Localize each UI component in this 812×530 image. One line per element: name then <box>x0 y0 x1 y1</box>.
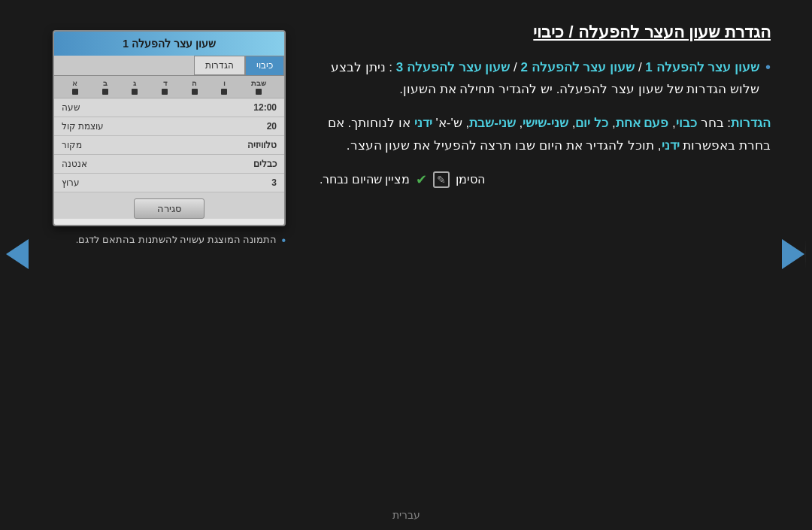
bottom-bar: עברית <box>0 509 812 521</box>
settings-label: הגדרות <box>731 116 771 130</box>
row-channel: 3 ערוץ <box>54 174 284 192</box>
next-arrow-button[interactable] <box>782 239 806 269</box>
row-volume: 20 עוצמת קול <box>54 117 284 136</box>
sep1: / <box>635 60 641 74</box>
row-source: טלוויזיה מקור <box>54 136 284 155</box>
dialog-close-button[interactable]: סגירה <box>134 198 205 219</box>
text-panel: הגדרת שעון העצר להפעלה / כיבוי • שעון עצ… <box>320 15 771 188</box>
edit-icon: ✎ <box>433 171 450 188</box>
dialog-title-bar: שעון עצר להפעלה 1 <box>54 32 284 56</box>
volume-value: 20 <box>267 121 277 132</box>
day-cell-dalet: ד <box>162 79 168 95</box>
sheni-shabbat-label: שני-שבת <box>469 116 516 130</box>
day-dot-gimel <box>132 89 138 95</box>
yadani2-label: ידני <box>662 138 680 153</box>
tab-off[interactable]: כיבוי <box>245 56 284 75</box>
t5: , ש'-א' <box>436 116 470 130</box>
volume-label: עוצמת קול <box>62 121 104 132</box>
day-dot-vav <box>221 89 227 95</box>
dialog-body: שבת ו ה ד ג <box>54 76 284 219</box>
legend-edit-text: הסימן <box>456 172 485 186</box>
bullet-item-1: • שעון עצר להפעלה 1 / שעון עצר להפעלה 2 … <box>320 57 771 101</box>
main-content: הגדרת שעון העצר להפעלה / כיבוי • שעון עצ… <box>0 0 812 530</box>
paam-achat-label: פעם אחת <box>616 116 669 130</box>
kol-yom-label: כל יום <box>575 116 608 130</box>
day-cell-bet: ב <box>102 79 108 95</box>
row-antenna: כבלים אנטנה <box>54 155 284 174</box>
day-cell-alef: א <box>72 79 78 95</box>
image-panel: שעון עצר להפעלה 1 כיבוי הגדרות שבת ו <box>41 15 297 247</box>
t6: או <box>395 116 414 130</box>
timer2-label: שעון עצר להפעלה 2 <box>521 60 635 74</box>
settings-text: הגדרות: בחר כבוי, פעם אחת, כל יום, שני-ש… <box>320 112 771 158</box>
bullet-section-1: • שעון עצר להפעלה 1 / שעון עצר להפעלה 2 … <box>320 57 771 101</box>
day-cell-vav: ו <box>221 79 227 95</box>
tab-settings[interactable]: הגדרות <box>194 56 245 75</box>
sheni-shishi-label: שני-שישי <box>523 116 568 130</box>
settings-section: הגדרות: בחר כבוי, פעם אחת, כל יום, שני-ש… <box>320 112 771 158</box>
source-value: טלוויזיה <box>247 140 277 150</box>
check-icon: ✔ <box>416 171 427 188</box>
antenna-value: כבלים <box>253 159 277 169</box>
day-dot-alef <box>72 89 78 95</box>
kavo-label: כבוי <box>676 116 697 130</box>
page-title: הגדרת שעון העצר להפעלה / כיבוי <box>320 23 771 42</box>
prev-arrow-button[interactable] <box>6 239 29 269</box>
hour-label: שעה <box>62 102 80 113</box>
settings-intro: : בחר <box>701 116 731 130</box>
image-caption: • התמונה המוצגת עשויה להשתנות בהתאם לדגם… <box>53 234 286 247</box>
day-dot-bet <box>102 89 108 95</box>
caption-bullet: • התמונה המוצגת עשויה להשתנות בהתאם לדגם… <box>53 234 286 247</box>
dialog-tabs: כיבוי הגדרות <box>54 56 284 76</box>
day-cell-shabbat: שבת <box>251 79 266 95</box>
source-label: מקור <box>62 140 82 150</box>
channel-label: ערוץ <box>62 177 80 188</box>
antenna-label: אנטנה <box>62 159 87 169</box>
caption-text: התמונה המוצגת עשויה להשתנות בהתאם לדגם. <box>76 234 277 245</box>
sep2: / <box>510 60 517 74</box>
yadani-label: ידני <box>414 116 432 130</box>
row-hour: 12:00 שעה <box>54 98 284 117</box>
t7: , תוכל להגדיר את היום שבו תרצה להפעיל את… <box>347 138 662 153</box>
legend-check-text: מציין שהיום נבחר. <box>320 172 410 186</box>
day-selector: שבת ו ה ד ג <box>54 76 284 98</box>
timer1-label: שעון עצר להפעלה 1 <box>645 60 759 74</box>
channel-value: 3 <box>271 177 277 188</box>
bullet-text-1: שעון עצר להפעלה 1 / שעון עצר להפעלה 2 / … <box>320 57 759 101</box>
day-cell-gimel: ג <box>132 79 138 95</box>
language-label: עברית <box>392 509 420 521</box>
legend-line: הסימן ✎ ✔ מציין שהיום נבחר. <box>320 171 771 188</box>
caption-bullet-dot: • <box>281 234 286 247</box>
day-dot-he <box>192 89 198 95</box>
settings-dialog: שעון עצר להפעלה 1 כיבוי הגדרות שבת ו <box>53 30 286 226</box>
day-cell-he: ה <box>192 79 198 95</box>
day-dot-shabbat <box>256 89 262 95</box>
bullet-dot-1: • <box>765 59 771 76</box>
timer3-label: שעון עצר להפעלה 3 <box>396 60 511 74</box>
day-dot-dalet <box>162 89 168 95</box>
hour-value: 12:00 <box>253 102 277 113</box>
